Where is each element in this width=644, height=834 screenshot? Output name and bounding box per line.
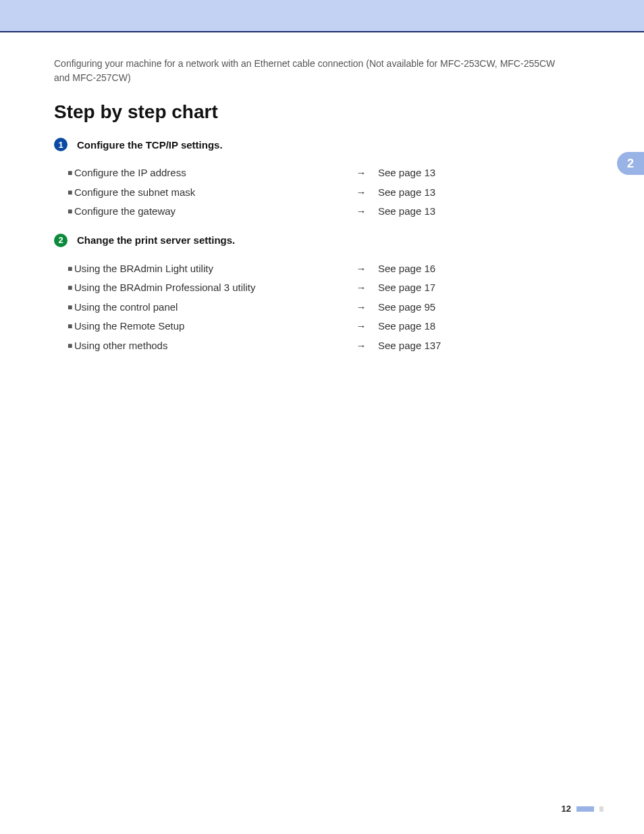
arrow-icon: → [344,163,378,183]
item-label: Configure the IP address [74,163,344,183]
step-title-1: Configure the TCP/IP settings. [77,139,223,151]
bullet-icon: ■ [68,319,74,334]
footer-accent-bar-2 [599,806,603,812]
item-label: Using the control panel [74,298,344,317]
page-footer: 12 [562,804,603,814]
arrow-icon: → [344,298,378,317]
bullet-icon: ■ [68,204,74,219]
top-band [0,0,644,32]
step-2-rows: ■ Using the BRAdmin Light utility → See … [68,259,590,356]
bullet-icon: ■ [68,261,74,277]
bullet-icon: ■ [68,338,74,354]
bullet-icon: ■ [68,280,74,296]
bullet-icon: ■ [68,185,74,201]
step-badge-2: 2 [54,234,68,247]
list-item: ■ Configure the subnet mask → See page 1… [68,183,590,203]
list-item: ■ Using the control panel → See page 95 [68,298,590,317]
list-item: ■ Using the BRAdmin Professional 3 utili… [68,278,590,298]
arrow-icon: → [344,317,378,336]
arrow-icon: → [344,278,378,298]
list-item: ■ Using other methods → See page 137 [68,336,590,356]
list-item: ■ Configure the IP address → See page 13 [68,163,590,183]
list-item: ■ Using the BRAdmin Light utility → See … [68,259,590,279]
page-ref: See page 13 [378,183,473,203]
step-title-2: Change the print server settings. [77,234,235,246]
item-label: Using the BRAdmin Professional 3 utility [74,278,344,298]
page-ref: See page 13 [378,163,473,183]
page-number: 12 [562,804,571,814]
item-label: Configure the gateway [74,202,344,221]
item-label: Using other methods [74,336,344,356]
arrow-icon: → [344,183,378,203]
footer-accent-bar [576,806,594,812]
page-ref: See page 17 [378,278,473,298]
list-item: ■ Configure the gateway → See page 13 [68,202,590,221]
page-content: Configuring your machine for a network w… [0,32,644,355]
page-ref: See page 16 [378,259,473,279]
step-header-2: 2 Change the print server settings. [54,234,590,247]
item-label: Using the Remote Setup [74,317,344,336]
step-badge-1: 1 [54,138,68,151]
page-ref: See page 137 [378,336,473,356]
page-ref: See page 18 [378,317,473,336]
bullet-icon: ■ [68,300,74,315]
arrow-icon: → [344,202,378,221]
arrow-icon: → [344,259,378,279]
arrow-icon: → [344,336,378,356]
step-1-rows: ■ Configure the IP address → See page 13… [68,163,590,221]
breadcrumb: Configuring your machine for a network w… [54,57,567,85]
item-label: Using the BRAdmin Light utility [74,259,344,279]
item-label: Configure the subnet mask [74,183,344,203]
page-ref: See page 95 [378,298,473,317]
page-ref: See page 13 [378,202,473,221]
page-title: Step by step chart [54,101,590,123]
step-header-1: 1 Configure the TCP/IP settings. [54,138,590,151]
bullet-icon: ■ [68,165,74,181]
list-item: ■ Using the Remote Setup → See page 18 [68,317,590,336]
